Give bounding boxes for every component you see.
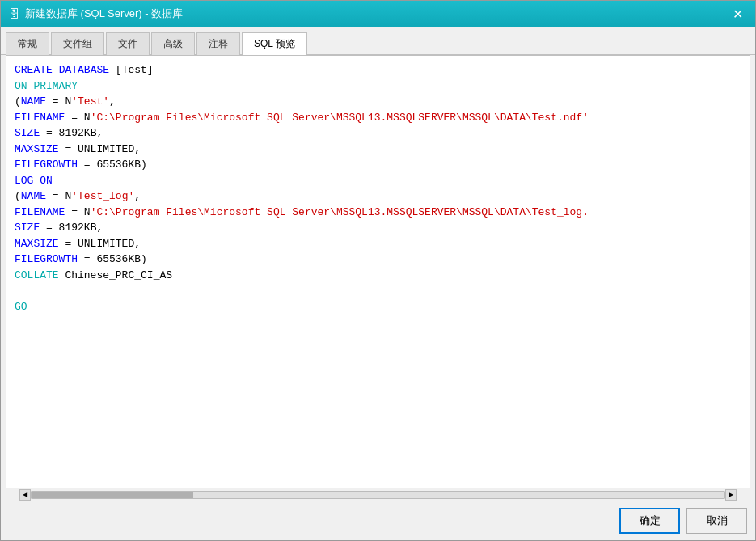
scroll-right-button[interactable]: ▶ bbox=[725, 489, 737, 501]
tab-advanced[interactable]: 高级 bbox=[151, 32, 195, 55]
tab-bar: 常规 文件组 文件 高级 注释 SQL 预览 bbox=[1, 27, 755, 55]
tab-filegroup[interactable]: 文件组 bbox=[51, 32, 104, 55]
horizontal-scrollbar-container: ◀ ▶ bbox=[6, 488, 750, 501]
horizontal-scrollbar[interactable] bbox=[31, 491, 725, 499]
cancel-button[interactable]: 取消 bbox=[686, 508, 747, 534]
tab-notes[interactable]: 注释 bbox=[196, 32, 240, 55]
footer: 确定 取消 bbox=[1, 501, 755, 540]
tab-file[interactable]: 文件 bbox=[106, 32, 150, 55]
close-button[interactable]: ✕ bbox=[726, 2, 749, 25]
scroll-left-button[interactable]: ◀ bbox=[19, 489, 31, 501]
tab-sql-preview[interactable]: SQL 预览 bbox=[242, 32, 307, 55]
title-bar: 🗄 新建数据库 (SQL Server) - 数据库 ✕ bbox=[1, 1, 755, 27]
app-icon: 🗄 bbox=[7, 7, 20, 20]
content-area: CREATE DATABASE [Test] ON PRIMARY (NAME … bbox=[6, 55, 750, 501]
tab-general[interactable]: 常规 bbox=[6, 32, 49, 55]
sql-code-view[interactable]: CREATE DATABASE [Test] ON PRIMARY (NAME … bbox=[6, 56, 750, 488]
ok-button[interactable]: 确定 bbox=[619, 508, 680, 534]
window-title: 新建数据库 (SQL Server) - 数据库 bbox=[25, 6, 183, 21]
scrollbar-thumb[interactable] bbox=[32, 492, 193, 498]
main-window: 🗄 新建数据库 (SQL Server) - 数据库 ✕ 常规 文件组 文件 高… bbox=[0, 0, 756, 541]
title-bar-left: 🗄 新建数据库 (SQL Server) - 数据库 bbox=[7, 6, 183, 21]
